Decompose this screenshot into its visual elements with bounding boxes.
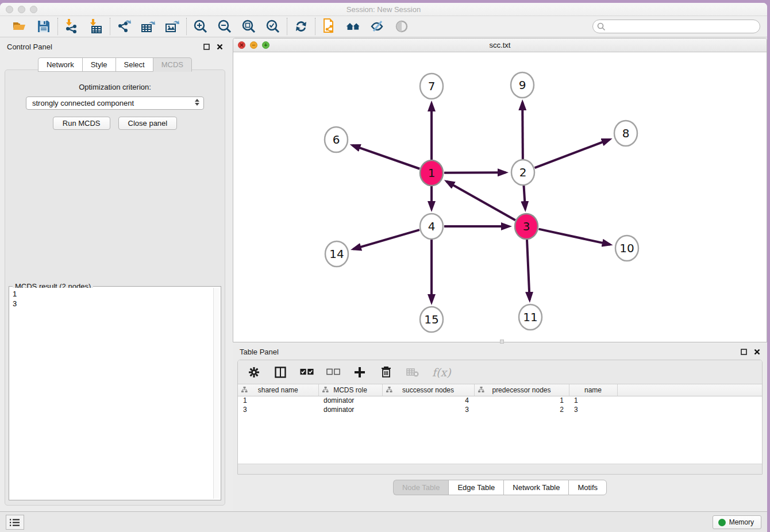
edge-2-9[interactable] [522,102,523,160]
table-cell[interactable]: 3 [569,405,617,414]
table-tab-node-table[interactable]: Node Table [393,480,449,495]
edge-4-14[interactable] [353,230,419,249]
function-builder-icon[interactable]: f(x) [432,366,451,379]
zoom-selected-icon[interactable] [265,19,280,34]
float-panel-icon[interactable] [203,44,210,50]
open-session-icon[interactable] [12,19,27,34]
refresh-layout-icon[interactable] [294,19,309,34]
close-panel-icon[interactable] [217,44,223,50]
status-bar: Memory [0,511,767,532]
column-header-shared-name[interactable]: shared name [238,384,318,396]
table-cell[interactable]: 3 [238,405,318,414]
add-column-icon[interactable] [353,365,367,379]
new-network-from-selection-icon[interactable] [322,19,337,34]
deselect-all-icon[interactable] [326,365,340,379]
graph-node-label-10: 10 [619,241,634,255]
column-selector-icon[interactable] [274,365,287,379]
column-header-predecessor-nodes[interactable]: predecessor nodes [474,384,569,396]
table-tab-motifs[interactable]: Motifs [568,480,607,495]
table-cell[interactable]: dominator [318,405,382,414]
control-tab-select[interactable]: Select [116,57,153,72]
right-column: ✕ − + scc.txt 7968124314101511 Table Pan… [230,38,767,511]
network-graph[interactable]: 7968124314101511 [233,52,767,342]
table-cell[interactable]: 3 [382,405,474,414]
control-tab-network[interactable]: Network [38,57,82,72]
mcds-result-text[interactable]: 1 3 [10,288,213,499]
network-minimize-button[interactable]: − [250,41,257,49]
table-tab-network-table[interactable]: Network Table [503,480,568,495]
task-history-button[interactable] [6,515,24,530]
import-network-icon[interactable] [64,19,79,34]
graph-node-label-7: 7 [428,79,436,93]
table-row[interactable]: 3dominator323 [238,405,762,414]
maximize-window-button[interactable] [30,6,37,13]
edge-3-1[interactable] [446,182,515,220]
graph-node-label-2: 2 [519,165,527,179]
table-cell[interactable]: 1 [474,396,569,405]
close-panel-button[interactable]: Close panel [118,117,178,130]
zoom-in-icon[interactable] [193,19,208,34]
node-table: shared nameMCDS rolesuccessor nodesprede… [238,384,762,414]
graph-node-label-15: 15 [424,313,438,326]
optimization-criterion-label: Optimization criterion: [5,83,225,91]
optimization-criterion-select[interactable]: strongly connected component [26,97,204,110]
first-neighbors-icon[interactable] [346,19,361,34]
application-window: Session: New Session [0,3,767,532]
close-window-button[interactable] [6,6,13,13]
import-table-icon[interactable] [88,19,103,34]
result-scrollbar[interactable] [213,288,220,499]
column-header-successor-nodes[interactable]: successor nodes [382,384,474,396]
optimization-criterion-value: strongly connected component [32,99,134,107]
export-image-icon[interactable] [165,19,180,34]
close-table-panel-icon[interactable] [754,349,760,355]
table-cell[interactable]: 1 [569,396,617,405]
table-cell[interactable]: 1 [238,396,318,405]
export-table-icon[interactable] [141,19,156,34]
column-header-MCDS-role[interactable]: MCDS role [318,384,382,396]
table-cell[interactable]: dominator [318,396,382,405]
table-row[interactable]: 1dominator411 [238,396,762,405]
table-cell[interactable]: 4 [382,396,474,405]
memory-button[interactable]: Memory [713,515,761,529]
zoom-out-icon[interactable] [217,19,232,34]
graph-node-label-4: 4 [428,219,436,233]
edge-2-8[interactable] [535,140,610,168]
table-panel: Table Panel [233,344,767,511]
gear-icon[interactable] [247,365,261,379]
zoom-fit-icon[interactable] [241,19,256,34]
network-maximize-button[interactable]: + [262,41,270,49]
delete-table-icon[interactable] [406,365,419,379]
network-close-button[interactable]: ✕ [238,41,245,49]
delete-column-icon[interactable] [379,365,393,379]
edge-2-3[interactable] [523,185,525,209]
select-all-icon[interactable] [300,365,314,379]
main-toolbar [0,16,767,37]
hide-selected-icon[interactable] [370,19,385,34]
control-tab-style[interactable]: Style [82,57,116,72]
vertical-splitter-handle[interactable] [500,340,504,344]
task-list-icon [10,518,20,527]
table-tab-edge-table[interactable]: Edge Table [448,480,503,495]
float-table-panel-icon[interactable] [741,349,747,355]
mcds-result-group: MCDS result (2 nodes) 1 3 [9,286,221,500]
column-header-name[interactable]: name [569,384,617,396]
workspace: Control Panel NetworkStyleSelectMCDS Opt… [0,38,767,511]
table-hscroll-area[interactable] [238,464,762,474]
edge-3-11[interactable] [527,239,530,300]
minimize-window-button[interactable] [18,6,25,13]
search-input[interactable] [592,20,760,33]
table-cell[interactable]: 2 [474,405,569,414]
column-header-filler [617,384,762,396]
export-network-icon[interactable] [117,19,132,34]
birdseye-icon[interactable] [394,19,409,34]
network-canvas[interactable]: 7968124314101511 [233,52,767,342]
save-session-icon[interactable] [36,19,51,34]
edge-3-10[interactable] [538,229,610,245]
graph-node-label-3: 3 [523,219,530,233]
search-icon [597,22,606,31]
edge-1-2[interactable] [444,172,506,173]
network-window-titlebar: ✕ − + scc.txt [233,38,767,52]
control-tab-mcds[interactable]: MCDS [153,57,192,72]
run-mcds-button[interactable]: Run MCDS [53,117,110,130]
edge-1-6[interactable] [352,145,419,169]
